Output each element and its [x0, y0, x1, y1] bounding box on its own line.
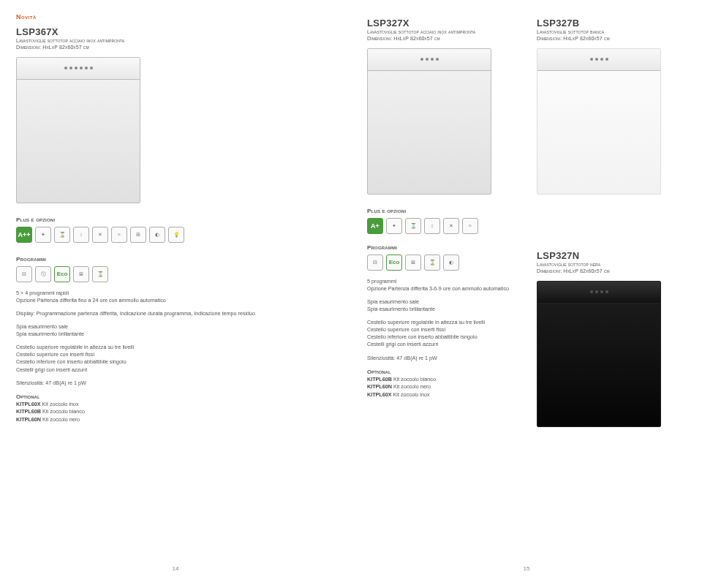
opt-line: KITPL60N Kit zoccolo nero [367, 383, 516, 391]
feature-icon: 💡 [168, 227, 184, 243]
prog-icon: ⊟ [16, 266, 32, 282]
prog-icon: ⌛ [92, 266, 108, 282]
plus-label-left: Plus e opzioni [16, 216, 335, 223]
dim-lsp327x: Dimensioni: HxLxP 82x60x57 cm [367, 35, 516, 42]
cest-text: Cestello superiore regolabile in altezza… [16, 344, 335, 373]
plus-icons-right: A+ ✦ ⌛ ↕ ✕ ≈ [367, 218, 686, 234]
prog-text: 5 programmi Opzione Partenza differita 3… [367, 278, 516, 293]
plus-icons-left: A++ ✦ ⌛ ↕ ✕ ≈ ⊞ ◐ 💡 [16, 227, 335, 243]
model-lsp327n: LSP327N [537, 250, 686, 261]
catalog-spread: Novità LSP367X Lavastoviglie sottotop ac… [0, 0, 702, 578]
opt-line: KITPL60N Kit zoccolo nero [16, 416, 335, 423]
dishwasher-panel [368, 49, 491, 71]
optional-label-right: Optional [367, 368, 516, 376]
desc-lsp327n: Lavastoviglie sottotop nera [537, 261, 686, 268]
dishwasher-panel [537, 282, 660, 304]
prog-icon: ⌛ [424, 255, 440, 271]
eco-icon: Eco [54, 266, 70, 282]
feature-icon: ✕ [443, 218, 459, 234]
opt-line: KITPL60X Kit zoccolo inox [16, 401, 335, 408]
dim-lsp327n: Dimensioni: HxLxP 82x60x57 cm [537, 268, 686, 274]
dim-lsp367x: Dimensioni: HxLxP 82x60x57 cm [16, 44, 335, 50]
product-header-row: LSP327X Lavastoviglie sottotop acciaio i… [367, 18, 686, 195]
page-number-left: 14 [173, 565, 179, 572]
energy-ap-icon: A+ [367, 218, 383, 234]
features-left: 5 + 4 programmi rapidi Opzione Partenza … [16, 290, 335, 423]
prog-text: 5 + 4 programmi rapidi Opzione Partenza … [16, 290, 335, 304]
dim-lsp327b: Dimensioni: HxLxP 82x60x57 cm [537, 35, 686, 42]
sil-text: Silenziosità: 47 dB(A) re 1 pW [16, 380, 335, 387]
programmi-label-right: Programmi [367, 244, 516, 251]
prog-icon: Ⓨ [35, 266, 51, 282]
feature-icon: ⊞ [130, 227, 146, 243]
feature-icon: ↕ [424, 218, 440, 234]
feature-icon: ↕ [73, 227, 89, 243]
feature-icon: ≈ [462, 218, 478, 234]
prod-lsp327n: LSP327N Lavastoviglie sottotop nera Dime… [537, 244, 686, 427]
page-number-right: 15 [524, 565, 530, 572]
feature-icon: ⌛ [54, 227, 70, 243]
plus-label-right: Plus e opzioni [367, 208, 686, 214]
desc-lsp327b: Lavastoviglie sottotop bianca [537, 29, 686, 35]
prod-lsp327b: LSP327B Lavastoviglie sottotop bianca Di… [537, 18, 686, 195]
opt-line: KITPL60X Kit zoccolo inox [367, 391, 516, 399]
dishwasher-panel [17, 58, 140, 80]
programmi-icons-left: ⊟ Ⓨ Eco ⊠ ⌛ [16, 266, 335, 282]
cest-text: Cestello superiore regolabile in altezza… [367, 319, 516, 348]
model-lsp327b: LSP327B [537, 18, 686, 29]
feature-icon: ⌛ [405, 218, 421, 234]
energy-app-icon: A++ [16, 227, 32, 243]
prog-icon: ⊠ [73, 266, 89, 282]
spia-text: Spia esaurimento sale Spia esaurimento b… [367, 298, 516, 313]
sil-text: Silenziosità: 47 dB(A) re 1 pW [367, 355, 516, 362]
feature-icon: ✦ [35, 227, 51, 243]
feature-icon: ✦ [386, 218, 402, 234]
opt-line: KITPL60B Kit zoccolo bianco [16, 408, 335, 415]
spia-text: Spia esaurimento sale Spia esaurimento b… [16, 323, 335, 338]
eco-icon: Eco [386, 255, 402, 271]
feature-icon: ✕ [92, 227, 108, 243]
feature-icon: ◐ [149, 227, 165, 243]
right-page: LSP327X Lavastoviglie sottotop acciaio i… [351, 0, 702, 578]
desc-lsp327x: Lavastoviglie sottotop acciaio inox anti… [367, 29, 516, 35]
product-image-lsp327b [537, 48, 661, 195]
desc-lsp367x: Lavastoviglie sottotop acciaio inox anti… [16, 37, 335, 44]
model-lsp367x: LSP367X [16, 26, 335, 37]
model-lsp327x: LSP327X [367, 18, 516, 29]
product-image-lsp327x [367, 48, 491, 195]
prog-icon: ⊠ [405, 255, 421, 271]
product-image-lsp367x [16, 57, 140, 203]
right-specs-col: Programmi ⊟ Eco ⊠ ⌛ ◐ 5 programmi Opzion… [367, 244, 516, 399]
programmi-icons-right: ⊟ Eco ⊠ ⌛ ◐ [367, 255, 516, 271]
display-text: Display: Programmazione partenza differi… [16, 310, 335, 317]
left-page: Novità LSP367X Lavastoviglie sottotop ac… [0, 0, 351, 578]
novita-badge: Novità [16, 13, 335, 20]
feature-icon: ≈ [111, 227, 127, 243]
prod-lsp327x: LSP327X Lavastoviglie sottotop acciaio i… [367, 18, 516, 195]
features-right: 5 programmi Opzione Partenza differita 3… [367, 278, 516, 399]
prog-icon: ◐ [443, 255, 459, 271]
dishwasher-panel [537, 49, 660, 71]
programmi-label-left: Programmi [16, 256, 335, 263]
product-image-lsp327n [537, 281, 661, 427]
optional-label-left: Optional [16, 393, 335, 401]
prog-icon: ⊟ [367, 255, 383, 271]
opt-line: KITPL60B Kit zoccolo bianco [367, 376, 516, 383]
